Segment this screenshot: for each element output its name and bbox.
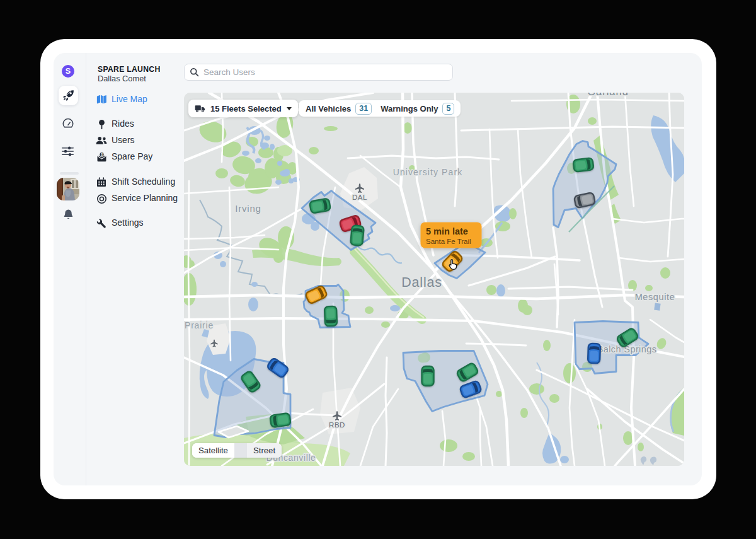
svg-text:RBD: RBD	[329, 421, 345, 429]
svg-text:Dallas: Dallas	[401, 275, 442, 290]
svg-text:DAL: DAL	[352, 194, 367, 201]
svg-text:Irving: Irving	[235, 203, 261, 214]
svg-text:$: $	[100, 153, 102, 156]
svg-text:Mesquite: Mesquite	[635, 292, 675, 302]
svg-text:University Park: University Park	[393, 167, 463, 177]
svg-text:Prairie: Prairie	[185, 320, 214, 330]
svg-text:5 min late: 5 min late	[426, 226, 468, 236]
svg-text:Garland: Garland	[587, 93, 629, 97]
svg-text:Santa Fe Trail: Santa Fe Trail	[426, 238, 471, 245]
